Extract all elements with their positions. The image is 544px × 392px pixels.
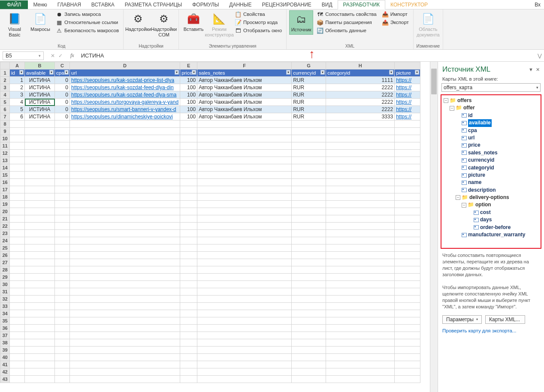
cell[interactable]	[292, 259, 326, 266]
cell[interactable]	[197, 244, 292, 252]
cell[interactable]	[292, 128, 326, 135]
cell[interactable]	[55, 347, 70, 354]
cell[interactable]	[180, 361, 197, 368]
cell[interactable]	[10, 274, 25, 281]
cell[interactable]	[326, 244, 395, 252]
cell[interactable]: 1111	[326, 77, 395, 84]
addins-button[interactable]: ⚙Надстройки	[126, 10, 150, 34]
cell[interactable]	[70, 296, 180, 303]
cell[interactable]	[197, 128, 292, 135]
cell[interactable]	[197, 274, 292, 281]
cell[interactable]	[70, 368, 180, 376]
cell[interactable]: 2222	[326, 84, 395, 91]
row-header[interactable]: 19	[0, 201, 10, 208]
row-header[interactable]: 22	[0, 223, 10, 230]
cell[interactable]	[70, 274, 180, 281]
row-header[interactable]: 24	[0, 237, 10, 244]
cell-link[interactable]: https://seopulses.ru/kak-sozdat-price-li…	[70, 77, 180, 84]
cell[interactable]	[180, 325, 197, 332]
cell[interactable]	[395, 376, 420, 383]
cell[interactable]	[197, 266, 292, 274]
cell[interactable]	[55, 325, 70, 332]
cell[interactable]	[25, 157, 55, 164]
cell[interactable]	[292, 179, 326, 186]
cell[interactable]	[395, 368, 420, 376]
cell[interactable]	[292, 296, 326, 303]
cell[interactable]	[292, 186, 326, 193]
cell[interactable]	[70, 223, 180, 230]
cell[interactable]	[292, 347, 326, 354]
cell[interactable]	[10, 281, 25, 288]
cell[interactable]	[25, 215, 55, 223]
xml-maps-button[interactable]: Карты XML...	[485, 315, 525, 324]
cancel-formula-button[interactable]: ✕	[51, 53, 55, 59]
cell[interactable]	[10, 303, 25, 310]
cell[interactable]	[180, 354, 197, 361]
tree-node-days[interactable]: days	[442, 216, 540, 223]
cell[interactable]	[326, 376, 395, 383]
cell[interactable]	[70, 150, 180, 157]
col-header-B[interactable]: B	[25, 62, 55, 69]
cell[interactable]	[25, 288, 55, 296]
cell[interactable]	[10, 296, 25, 303]
cell[interactable]	[395, 281, 420, 288]
name-box[interactable]: B5	[3, 51, 44, 60]
cell[interactable]: 100	[180, 113, 197, 121]
cell[interactable]: Автор Чакканбаев Ильхом	[197, 91, 292, 99]
cell[interactable]	[326, 230, 395, 237]
cell[interactable]: 2	[10, 84, 25, 91]
cell[interactable]	[180, 332, 197, 339]
cell[interactable]	[292, 193, 326, 201]
cell[interactable]	[10, 186, 25, 193]
row-header[interactable]: 25	[0, 244, 10, 252]
col-header-F[interactable]: F	[197, 62, 292, 69]
cell[interactable]	[55, 354, 70, 361]
cell[interactable]	[395, 274, 420, 281]
cell[interactable]	[326, 361, 395, 368]
cell[interactable]	[197, 135, 292, 142]
cell[interactable]	[10, 201, 25, 208]
cell[interactable]	[197, 142, 292, 150]
cell-link[interactable]: https://seopulses.ru/kak-sozdat-feed-dly…	[70, 91, 180, 99]
cell[interactable]	[326, 354, 395, 361]
design-mode-button[interactable]: 📐Режим конструктора	[207, 10, 231, 39]
cell[interactable]	[70, 172, 180, 179]
cell[interactable]	[70, 332, 180, 339]
cell[interactable]: 0	[55, 84, 70, 91]
row-header[interactable]: 6	[0, 106, 10, 113]
cell[interactable]	[55, 259, 70, 266]
cell-link[interactable]: https://	[395, 99, 420, 106]
cell-link[interactable]: https://seopulses.ru/smart-banneri-v-yan…	[70, 106, 180, 113]
cell[interactable]	[55, 244, 70, 252]
table-header-sales_notes[interactable]: sales_notes	[197, 69, 292, 77]
cell[interactable]	[292, 274, 326, 281]
row-header[interactable]: 20	[0, 208, 10, 215]
cell[interactable]	[395, 208, 420, 215]
cell[interactable]	[55, 215, 70, 223]
cell[interactable]	[10, 266, 25, 274]
cell[interactable]	[395, 354, 420, 361]
cell[interactable]	[326, 135, 395, 142]
cell[interactable]	[55, 310, 70, 317]
tree-node-picture[interactable]: picture	[442, 172, 540, 179]
tab-рецензирование[interactable]: РЕЦЕНЗИРОВАНИЕ	[257, 0, 316, 9]
row-header[interactable]: 30	[0, 281, 10, 288]
cell[interactable]	[70, 201, 180, 208]
cell[interactable]	[395, 157, 420, 164]
cell[interactable]	[197, 237, 292, 244]
cell[interactable]	[395, 164, 420, 172]
cell[interactable]	[25, 368, 55, 376]
cell[interactable]	[10, 339, 25, 347]
cell[interactable]	[70, 259, 180, 266]
row-header[interactable]: 12	[0, 150, 10, 157]
cell[interactable]	[292, 376, 326, 383]
tab-вид[interactable]: ВИД	[317, 0, 338, 9]
export-button[interactable]: 📤Экспорт	[380, 18, 411, 26]
cell[interactable]	[395, 230, 420, 237]
cell[interactable]	[25, 354, 55, 361]
tree-node-sales_notes[interactable]: sales_notes	[442, 149, 540, 157]
cell[interactable]	[326, 121, 395, 128]
view-code-button[interactable]: 📝Просмотр кода	[233, 18, 284, 26]
cell[interactable]: ИСТИНА	[25, 91, 55, 99]
properties-button[interactable]: 📋Свойства	[233, 10, 284, 18]
